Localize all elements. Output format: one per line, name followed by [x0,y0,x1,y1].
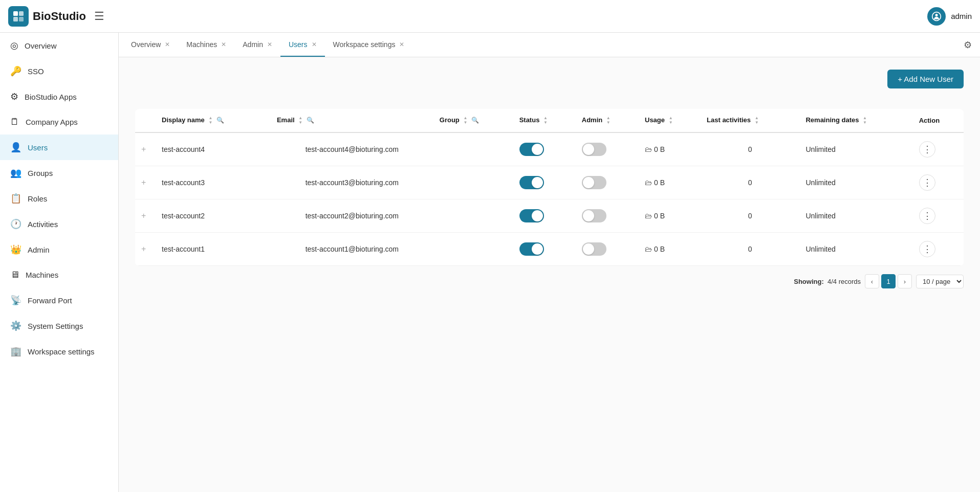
sidebar-item-users[interactable]: 👤 Users [0,135,118,160]
users-table: Display name ▲▼ 🔍 Email ▲▼ [135,109,964,266]
sidebar-item-roles[interactable]: 📋 Roles [0,186,118,211]
tab-overview[interactable]: Overview ✕ [123,33,178,57]
expand-icon[interactable]: + [141,244,146,253]
sidebar-item-admin[interactable]: 👑 Admin [0,237,118,262]
page-navigation: ‹ 1 › [865,274,912,288]
expand-icon[interactable]: + [141,178,146,187]
col-display-name-label: Display name [162,116,205,124]
col-last-activities-label: Last activities [707,116,751,124]
group-cell [433,233,513,266]
usage-value: 🗁0 B [645,178,694,187]
sidebar-item-system-settings[interactable]: ⚙️ System Settings [0,313,118,339]
usage-value: 🗁0 B [645,212,694,220]
sidebar-item-forward-port[interactable]: 📡 Forward Port [0,287,118,313]
action-menu-button[interactable]: ⋮ [919,241,935,257]
tab-admin[interactable]: Admin ✕ [234,33,280,57]
sort-icon[interactable]: ▲▼ [606,116,611,125]
tab-admin-label: Admin [243,40,263,49]
action-menu-button[interactable]: ⋮ [919,174,935,191]
status-toggle[interactable] [519,176,544,189]
tab-workspace-settings[interactable]: Workspace settings ✕ [325,33,413,57]
action-cell: ⋮ [913,199,964,233]
admin-cell [576,199,639,233]
toggle-knob [532,210,543,221]
sort-icon[interactable]: ▲▼ [669,116,673,125]
col-admin-label: Admin [582,116,602,124]
admin-toggle[interactable] [582,209,606,222]
sort-icon[interactable]: ▲▼ [755,116,759,125]
sidebar-item-overview[interactable]: ◎ Overview [0,33,118,58]
showing-value: 4/4 records [827,278,861,285]
prev-page-button[interactable]: ‹ [865,274,879,288]
add-user-button[interactable]: + Add New User [887,70,964,88]
sidebar-item-activities[interactable]: 🕐 Activities [0,211,118,237]
sort-icon[interactable]: ▲▼ [543,116,548,125]
table-row: +test-account2test-account2@bioturing.co… [135,199,964,233]
action-menu-button[interactable]: ⋮ [919,208,935,224]
tab-admin-close[interactable]: ✕ [267,41,272,48]
search-group-icon[interactable]: 🔍 [471,117,479,124]
app-body: ◎ Overview 🔑 SSO ⚙ BioStudio Apps 🗒 Comp… [0,33,980,492]
menu-icon[interactable]: ☰ [94,10,104,23]
admin-toggle[interactable] [582,176,606,189]
sidebar-item-biostudio-apps[interactable]: ⚙ BioStudio Apps [0,84,118,109]
sidebar-item-groups[interactable]: 👥 Groups [0,160,118,186]
search-display-name-icon[interactable]: 🔍 [216,117,224,124]
folder-icon: 🗁 [645,212,652,220]
remaining-dates-cell: Unlimited [799,132,912,166]
admin-name: admin [951,12,972,20]
tab-users-close[interactable]: ✕ [312,41,317,48]
folder-icon: 🗁 [645,245,652,253]
action-cell: ⋮ [913,132,964,166]
page-size-select[interactable]: 10 / page 20 / page 50 / page [916,275,964,288]
sidebar-item-workspace-settings[interactable]: 🏢 Workspace settings [0,339,118,364]
tab-workspace-settings-close[interactable]: ✕ [399,41,404,48]
last-activities-cell: 0 [701,233,799,266]
toggle-knob [532,144,543,155]
group-cell [433,132,513,166]
admin-toggle[interactable] [582,242,606,256]
expand-icon[interactable]: + [141,145,146,153]
sidebar-item-label: Forward Port [28,296,72,305]
last-activities-cell: 0 [701,166,799,199]
col-status: Status ▲▼ [513,109,576,132]
sidebar-item-sso[interactable]: 🔑 SSO [0,58,118,84]
sidebar-item-label: SSO [28,67,44,76]
action-menu-button[interactable]: ⋮ [919,141,935,158]
sidebar-item-machines[interactable]: 🖥 Machines [0,262,118,287]
usage-cell: 🗁0 B [639,199,701,233]
page-1-button[interactable]: 1 [881,274,896,288]
status-toggle[interactable] [519,242,544,256]
col-group: Group ▲▼ 🔍 [433,109,513,132]
usage-amount: 0 B [654,245,665,253]
svg-rect-3 [19,17,24,21]
status-toggle[interactable] [519,209,544,222]
tab-users[interactable]: Users ✕ [280,33,325,57]
sso-icon: 🔑 [10,65,21,77]
sort-icon[interactable]: ▲▼ [463,116,467,125]
settings-icon[interactable]: ⚙ [960,39,976,51]
col-admin: Admin ▲▼ [576,109,639,132]
overview-icon: ◎ [10,40,18,51]
expand-icon[interactable]: + [141,211,146,220]
sort-icon[interactable]: ▲▼ [208,116,212,125]
status-toggle[interactable] [519,143,544,156]
sidebar-item-label: Roles [28,194,47,203]
tab-machines-close[interactable]: ✕ [221,41,226,48]
next-page-button[interactable]: › [898,274,912,288]
sidebar-item-company-apps[interactable]: 🗒 Company Apps [0,109,118,135]
sidebar: ◎ Overview 🔑 SSO ⚙ BioStudio Apps 🗒 Comp… [0,33,119,492]
col-last-activities: Last activities ▲▼ [701,109,799,132]
sidebar-item-label: Machines [26,271,58,279]
sort-icon[interactable]: ▲▼ [298,116,302,125]
admin-toggle[interactable] [582,143,606,156]
main-content: Overview ✕ Machines ✕ Admin ✕ Users ✕ Wo… [119,33,980,492]
tab-machines[interactable]: Machines ✕ [178,33,234,57]
tab-overview-close[interactable]: ✕ [165,41,170,48]
usage-amount: 0 B [654,145,665,153]
logo: BioStudio [8,6,86,27]
sort-icon[interactable]: ▲▼ [863,116,867,125]
folder-icon: 🗁 [645,178,652,187]
search-email-icon[interactable]: 🔍 [307,117,314,124]
tab-workspace-settings-label: Workspace settings [333,40,396,49]
